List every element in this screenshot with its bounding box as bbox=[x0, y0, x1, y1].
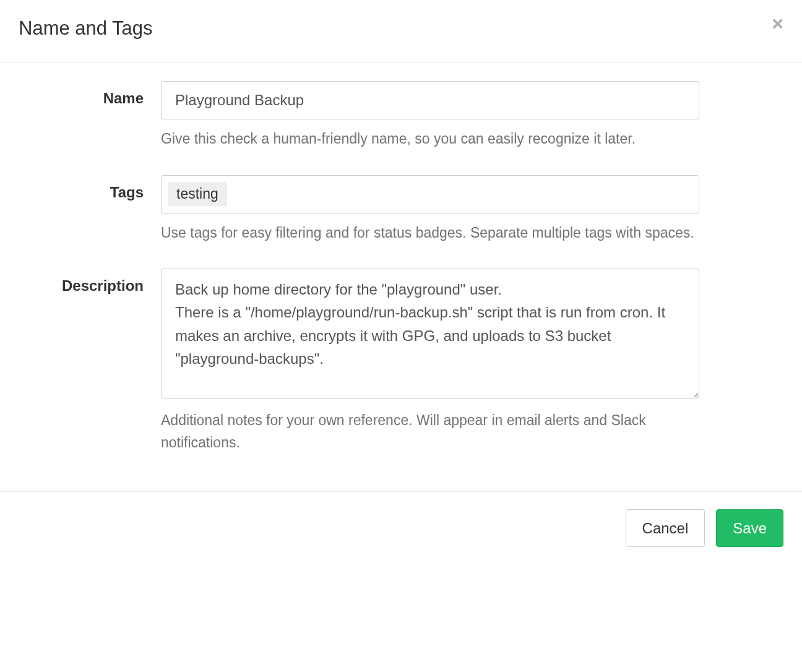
name-input[interactable] bbox=[161, 81, 699, 119]
tags-label: Tags bbox=[19, 175, 161, 201]
tag-chip[interactable]: testing bbox=[168, 182, 227, 206]
description-control-wrap: Additional notes for your own reference.… bbox=[161, 269, 699, 454]
description-label: Description bbox=[19, 269, 161, 295]
save-button[interactable]: Save bbox=[716, 509, 783, 547]
modal-title: Name and Tags bbox=[19, 17, 783, 40]
tags-help-text: Use tags for easy filtering and for stat… bbox=[161, 222, 699, 244]
description-help-text: Additional notes for your own reference.… bbox=[161, 410, 699, 454]
close-icon[interactable]: × bbox=[772, 14, 783, 33]
modal-footer: Cancel Save bbox=[0, 491, 802, 564]
name-label: Name bbox=[19, 81, 161, 107]
tags-control-wrap: testing Use tags for easy filtering and … bbox=[161, 175, 699, 244]
name-and-tags-modal: Name and Tags × Name Give this check a h… bbox=[0, 0, 802, 564]
name-help-text: Give this check a human-friendly name, s… bbox=[161, 128, 699, 150]
tags-input[interactable]: testing bbox=[161, 175, 699, 213]
name-control-wrap: Give this check a human-friendly name, s… bbox=[161, 81, 699, 150]
description-textarea[interactable] bbox=[161, 269, 699, 398]
name-row: Name Give this check a human-friendly na… bbox=[19, 81, 783, 150]
modal-body: Name Give this check a human-friendly na… bbox=[0, 62, 802, 491]
modal-header: Name and Tags × bbox=[0, 0, 802, 62]
tags-row: Tags testing Use tags for easy filtering… bbox=[19, 175, 783, 244]
description-row: Description Additional notes for your ow… bbox=[19, 269, 783, 454]
cancel-button[interactable]: Cancel bbox=[626, 509, 705, 547]
